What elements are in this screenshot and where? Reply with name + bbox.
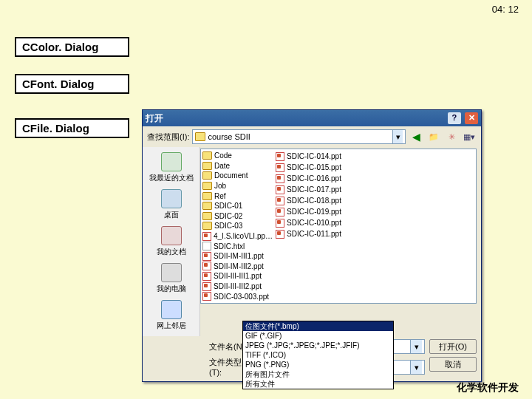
chevron-down-icon[interactable]: ▾ bbox=[410, 340, 422, 353]
file-item[interactable]: Document bbox=[202, 171, 273, 181]
folder-icon bbox=[195, 132, 205, 141]
folder-icon bbox=[202, 151, 212, 160]
footer-text: 化学软件开发 bbox=[457, 381, 519, 395]
ppt-icon bbox=[202, 292, 211, 301]
dialog-title: 打开 bbox=[146, 112, 446, 125]
ppt-icon bbox=[276, 163, 284, 172]
help-button[interactable]: ? bbox=[448, 112, 461, 124]
file-item[interactable]: SDII-III-III1.ppt bbox=[202, 271, 273, 282]
file-item[interactable]: SDIC-03 bbox=[202, 221, 273, 231]
toolbar: 查找范围(I): course SDII ▾ ◀ 📁 ✳ ▦▾ bbox=[143, 126, 481, 147]
folder-icon bbox=[202, 202, 212, 210]
folder-icon bbox=[202, 192, 212, 200]
look-in-value: course SDII bbox=[208, 132, 250, 141]
file-item[interactable]: SDIC-IC-016.ppt bbox=[276, 173, 341, 184]
file-item[interactable]: SDIC.htxl bbox=[202, 241, 273, 251]
filetype-dropdown[interactable]: 位图文件(*.bmp)GIF (*.GIF)JPEG (*.JPG;*.JPEG… bbox=[242, 321, 394, 389]
back-icon[interactable]: ◀ bbox=[409, 129, 423, 144]
new-folder-icon[interactable]: ✳ bbox=[444, 129, 459, 144]
file-item[interactable]: SDIC-IC-017.ppt bbox=[276, 184, 341, 195]
close-button[interactable]: ✕ bbox=[465, 112, 478, 124]
look-in-label: 查找范围(I): bbox=[147, 132, 189, 143]
category-file-dialog[interactable]: CFile. Dialog bbox=[15, 118, 129, 138]
ppt-icon bbox=[276, 208, 284, 216]
file-item[interactable]: SDII-III-III2.ppt bbox=[202, 282, 273, 292]
ppt-icon bbox=[202, 262, 211, 270]
up-folder-icon[interactable]: 📁 bbox=[426, 129, 441, 144]
place-desktop[interactable]: 桌面 bbox=[146, 187, 197, 222]
place-documents[interactable]: 我的文档 bbox=[146, 224, 197, 259]
filter-option[interactable]: JPEG (*.JPG;*.JPEG;*.JPE;*.JFIF) bbox=[243, 341, 393, 350]
folder-icon bbox=[202, 212, 212, 220]
file-list[interactable]: CodeDateDocumentJobRefSDIC-01SDIC-02SDIC… bbox=[200, 149, 477, 304]
file-item[interactable]: SDIC-IC-011.ppt bbox=[276, 228, 341, 239]
file-item[interactable]: SDIC-03-003.ppt bbox=[202, 291, 273, 301]
documents-icon bbox=[161, 226, 182, 245]
file-item[interactable]: SDII-IM-III2.ppt bbox=[202, 262, 273, 272]
ppt-icon bbox=[276, 219, 284, 228]
timestamp: 04: 12 bbox=[492, 4, 519, 15]
computer-icon bbox=[161, 263, 182, 282]
ppt-icon bbox=[276, 197, 284, 205]
ppt-icon bbox=[276, 174, 284, 183]
filter-option[interactable]: 所有图片文件 bbox=[243, 369, 393, 379]
network-icon bbox=[161, 300, 182, 319]
filter-option[interactable]: TIFF (*.ICO) bbox=[243, 350, 393, 360]
desktop-icon bbox=[161, 189, 182, 208]
category-color-dialog[interactable]: CColor. Dialog bbox=[15, 37, 129, 57]
views-icon[interactable]: ▦▾ bbox=[462, 129, 477, 144]
file-item[interactable]: SDIC-IC-019.ppt bbox=[276, 206, 341, 217]
file-item[interactable]: Ref bbox=[202, 191, 273, 201]
file-item[interactable]: Code bbox=[202, 151, 273, 161]
place-recent[interactable]: 我最近的文档 bbox=[146, 150, 197, 185]
file-item[interactable]: SDIC-02 bbox=[202, 211, 273, 222]
open-button[interactable]: 打开(O) bbox=[429, 339, 477, 354]
look-in-combo[interactable]: course SDII ▾ bbox=[192, 129, 406, 144]
filter-option[interactable]: PNG (*.PNG) bbox=[243, 360, 393, 369]
filter-option[interactable]: GIF (*.GIF) bbox=[243, 331, 393, 341]
place-my-computer[interactable]: 我的电脑 bbox=[146, 261, 197, 296]
file-icon bbox=[202, 242, 211, 250]
file-item[interactable]: SDIC-IC-010.ppt bbox=[276, 217, 341, 228]
recent-icon bbox=[161, 152, 182, 171]
ppt-icon bbox=[202, 282, 211, 291]
file-item[interactable]: 4_I.S.licoVLI.pp… bbox=[202, 231, 273, 242]
chevron-down-icon[interactable]: ▾ bbox=[410, 361, 422, 374]
places-bar: 我最近的文档 桌面 我的文档 我的电脑 网上邻居 bbox=[143, 147, 200, 336]
ppt-icon bbox=[276, 230, 284, 239]
ppt-icon bbox=[202, 272, 211, 281]
folder-icon bbox=[202, 171, 212, 180]
folder-icon bbox=[202, 162, 212, 170]
file-item[interactable]: Date bbox=[202, 161, 273, 171]
place-network[interactable]: 网上邻居 bbox=[146, 298, 197, 333]
folder-icon bbox=[202, 182, 212, 190]
ppt-icon bbox=[276, 152, 284, 161]
file-item[interactable]: SDIC-IC-018.ppt bbox=[276, 195, 341, 206]
category-font-dialog[interactable]: CFont. Dialog bbox=[15, 74, 129, 94]
file-item[interactable]: Job bbox=[202, 181, 273, 191]
cancel-button[interactable]: 取消 bbox=[429, 357, 477, 372]
ppt-icon bbox=[202, 252, 211, 261]
titlebar[interactable]: 打开 ? ✕ bbox=[143, 110, 481, 126]
filter-option[interactable]: 所有文件 bbox=[243, 379, 393, 389]
file-item[interactable]: SDIC-IC-014.ppt bbox=[276, 151, 341, 162]
filter-option[interactable]: 位图文件(*.bmp) bbox=[243, 321, 393, 331]
ppt-icon bbox=[276, 185, 284, 194]
chevron-down-icon[interactable]: ▾ bbox=[392, 130, 403, 143]
folder-icon bbox=[202, 222, 212, 230]
file-item[interactable]: SDIC-IC-015.ppt bbox=[276, 162, 341, 173]
ppt-icon bbox=[202, 232, 211, 241]
file-item[interactable]: SDII-IM-III1.ppt bbox=[202, 251, 273, 262]
file-item[interactable]: SDIC-01 bbox=[202, 201, 273, 211]
